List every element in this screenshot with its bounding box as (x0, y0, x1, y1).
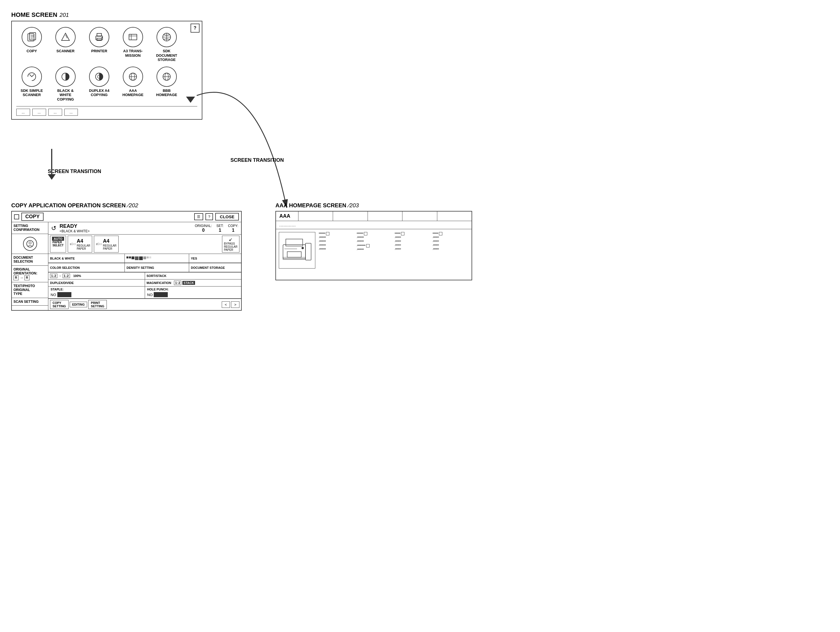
paper-select-row: AUTO PAPERSELECT 1☐ □ A4 REGULARPAPER 2☐… (48, 235, 241, 254)
document-storage-btn[interactable]: DOCUMENT STORAGE (189, 263, 241, 272)
copy-setting-tab[interactable]: COPYSETTING (50, 300, 69, 309)
aaa-title: AAA (276, 211, 298, 221)
aaa-col-3: ******* ·******* ·******* ·******* ·****… (395, 232, 431, 277)
options-row-1: BLACK & WHITE (48, 254, 241, 263)
duplex-divide-btn[interactable]: DUPLEX/DIVIDE (48, 279, 145, 286)
orientation-magnification[interactable]: 1↓2 → 1↓2 100% (48, 273, 145, 279)
printer-label: PRINTER (91, 49, 107, 54)
icon-copy[interactable]: COPY (16, 27, 47, 62)
options-row-2: COLOR SELECTION DENSITY SETTING DOCUMENT… (48, 263, 241, 273)
home-tab-4[interactable]: ... (64, 109, 78, 116)
sidebar-setting-confirmation[interactable]: SETTINGCONFIRMATION (12, 222, 48, 234)
magnification-btn[interactable]: MAGNIFICATION 1↑2 STACK (145, 279, 242, 286)
color-mode-btn[interactable]: BLACK & WHITE (48, 254, 125, 263)
copy-icon (22, 27, 42, 47)
hole-punch-value[interactable]: NO (147, 292, 239, 297)
copy-title-button[interactable]: COPY (21, 213, 44, 221)
aaa-tab-5[interactable] (437, 211, 472, 221)
orientation-arrow: → (20, 276, 23, 280)
copy-footer: COPYSETTING EDITING PRINTSETTING < > (48, 299, 241, 310)
aaa-col1-row4: ·******** (319, 244, 355, 247)
svg-rect-11 (129, 34, 137, 40)
menu-button[interactable]: ☰ (194, 213, 203, 220)
home-screen-title: HOME SCREEN (11, 11, 57, 19)
density-setting-label: DENSITY SETTING (126, 266, 154, 270)
icon-duplex[interactable]: DUPLEX A4COPYING (84, 66, 115, 102)
aaa-col1-row3: ·******** (319, 240, 355, 243)
yes-btn[interactable]: YES (189, 254, 241, 263)
tray2-details: A4 REGULARPAPER (103, 238, 116, 250)
aaa-dots-row: ............ (276, 221, 472, 229)
hole-punch-label: HOLE PUNCH: (147, 288, 239, 291)
hole-punch-area: HOLE PUNCH: NO (145, 287, 242, 298)
aaa-col3-row4: ·******* (395, 244, 431, 247)
density-dots-area[interactable] (125, 254, 189, 263)
density-setting-btn[interactable]: DENSITY SETTING (125, 263, 189, 272)
tray1-icon: 1☐ □ (70, 243, 76, 246)
home-tab-1[interactable]: ... (16, 109, 30, 116)
bypass-btn[interactable]: ↙ BYPASSREGULARPAPER (222, 236, 240, 252)
staple-value[interactable]: NO (51, 292, 142, 297)
next-btn[interactable]: > (231, 301, 240, 308)
aaa-col3-row5: ·******* (395, 248, 431, 251)
aaa-tab-2[interactable] (333, 211, 368, 221)
copy-main: SETTINGCONFIRMATION DOCUMENTSELECTION OR… (12, 222, 241, 310)
home-tab-2[interactable]: ... (32, 109, 46, 116)
scanner-label: SCANNER (57, 49, 74, 54)
svg-marker-5 (62, 33, 69, 41)
close-button[interactable]: CLOSE (215, 213, 239, 221)
print-setting-tab[interactable]: PRINTSETTING (88, 300, 107, 309)
icon-printer[interactable]: PRINTER (84, 27, 115, 62)
copy-counter-val: 1 (232, 228, 234, 233)
aaa-tab-1[interactable] (298, 211, 333, 221)
color-selection-label: COLOR SELECTION (50, 266, 80, 270)
home-tab-3[interactable]: ... (48, 109, 62, 116)
aaa-content: ******** ·******** ·******** ·******** ·… (276, 229, 472, 280)
paper-select-label: PAPERSELECT (52, 241, 63, 247)
curved-arrow-svg (146, 45, 292, 213)
aaa-col1-row1: ******** (319, 232, 355, 235)
help-button-copy[interactable]: ? (205, 213, 213, 220)
stack-icon: 1↑2 (174, 281, 181, 285)
tray1-size: A4 (77, 238, 90, 244)
sidebar-scan-setting[interactable]: SCAN SETTING (12, 298, 48, 306)
sort-stack-btn[interactable]: SORT/STACK (145, 273, 242, 279)
color-selection-btn[interactable]: COLOR SELECTION (48, 263, 125, 272)
sort-stack-label: SORT/STACK (147, 274, 167, 277)
icon-a3trans[interactable]: A3 TRANS-MISSION (117, 27, 148, 62)
hole-no-label: NO (147, 293, 153, 297)
staple-no-label: NO (51, 293, 56, 297)
paper-tray-2[interactable]: 2☐ □ A4 REGULARPAPER (94, 236, 118, 252)
hole-bar (154, 292, 168, 297)
original-counter-label: ORIGINAL: (195, 224, 212, 228)
auto-paper-select-btn[interactable]: AUTO PAPERSELECT (50, 236, 66, 252)
prev-btn[interactable]: < (222, 301, 230, 308)
icon-scanner[interactable]: SCANNER (50, 27, 81, 62)
icon-bw-copy[interactable]: BLACK &WHITECOPYING (50, 66, 81, 102)
aaa-data-cols: ******** ·******** ·******** ·******** ·… (319, 232, 469, 277)
editing-tab[interactable]: EDITING (70, 302, 87, 307)
bw-label: <BLACK & WHITE> (60, 229, 90, 233)
aaa-col-2: ******** ·******** ·******** ·********** (357, 232, 393, 277)
aaa-col-1: ******** ·******** ·******** ·******** ·… (319, 232, 355, 277)
aaa-tab-3[interactable] (368, 211, 403, 221)
duplex-label: DUPLEX/DIVIDE (50, 281, 74, 285)
aaa-screen-title: AAA HOMEPAGE SCREEN (275, 202, 346, 209)
bw-copy-icon (55, 66, 76, 87)
sidebar-original-orientation[interactable]: ORIGINALORIENTATION: R → R (12, 266, 48, 282)
screen-transition-arrow-down (48, 149, 56, 180)
scanner-icon (55, 27, 76, 47)
paper-tray-1[interactable]: 1☐ □ A4 REGULARPAPER (68, 236, 92, 252)
help-button[interactable]: ? (191, 24, 199, 33)
aaa-col3-row2: ·******* (395, 236, 431, 239)
copy-checkbox[interactable] (14, 214, 19, 219)
aaa-col4-row2: ·******* (433, 236, 469, 239)
original-counter: ORIGINAL: 0 (195, 224, 212, 233)
icon-sdk-simple[interactable]: SDK SIMPLESCANNER (16, 66, 47, 102)
sidebar-document-selection[interactable]: DOCUMENTSELECTION (12, 254, 48, 266)
copy-counter-label: COPY: (228, 224, 238, 228)
icon-aaa[interactable]: AAAHOMEPAGE (117, 66, 148, 102)
aaa-tab-4[interactable] (403, 211, 437, 221)
set-counter-val: 1 (219, 228, 221, 233)
sidebar-text-photo[interactable]: TEXT/PHOTOORIGINALTYPE (12, 282, 48, 298)
